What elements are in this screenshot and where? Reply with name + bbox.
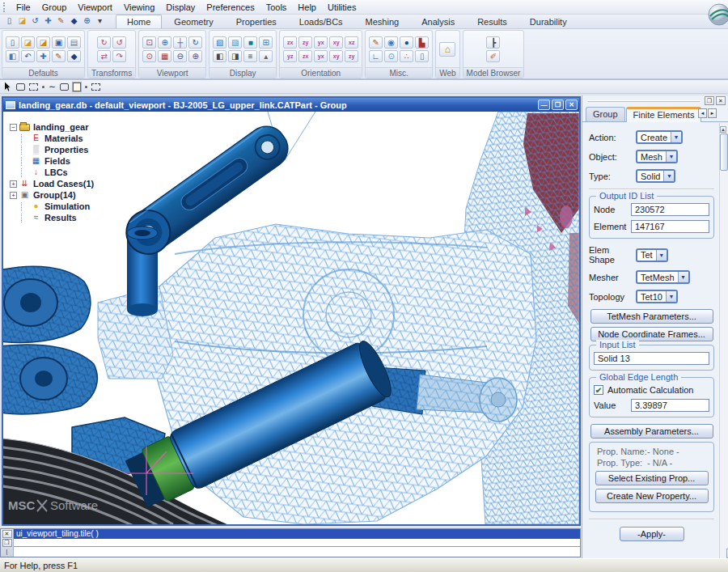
tree-item-load-cases[interactable]: + ⇊ Load Cases(1) — [10, 178, 94, 189]
view-zx-icon[interactable]: zx — [283, 36, 297, 49]
tab-loads-bcs[interactable]: Loads/BCs — [289, 15, 353, 28]
tree-item-results[interactable]: ≈ Results — [10, 212, 94, 223]
value-field[interactable]: 3.39897 — [631, 399, 709, 412]
expand-icon[interactable]: + — [10, 192, 17, 199]
tree-item-materials[interactable]: E Materials — [10, 133, 94, 144]
object-select[interactable]: Mesh ▼ — [636, 150, 678, 163]
maximize-button[interactable]: ❒ — [552, 100, 564, 110]
rectangle-select-icon[interactable] — [16, 83, 25, 91]
hiddenline-cube-icon[interactable]: ▨ — [228, 36, 242, 49]
node-points-icon[interactable]: ∴ — [400, 50, 413, 62]
action-select[interactable]: Create ▼ — [636, 130, 683, 144]
view-xz-icon[interactable]: xz — [345, 36, 358, 49]
close-button[interactable]: ✕ — [565, 100, 578, 110]
tree-item-group[interactable]: + ▣ Group(14) — [10, 189, 94, 201]
marker-size-icon[interactable]: ▴ — [259, 50, 273, 62]
command-close-icon[interactable]: ✕ — [2, 530, 12, 538]
assembly-parameters-button[interactable]: Assembly Parameters... — [590, 424, 713, 439]
front-view-icon[interactable]: ⊕ — [158, 36, 171, 49]
menu-preferences[interactable]: Preferences — [201, 2, 260, 13]
mesh-seed-icon[interactable]: ◉ — [384, 36, 398, 49]
tab-analysis[interactable]: Analysis — [411, 15, 465, 28]
zoom-in-icon[interactable]: ⊕ — [188, 50, 202, 62]
command-history-selected[interactable]: ui_viewport_tiling.tile( ) — [14, 529, 580, 539]
chevron-down-icon[interactable]: ▾ — [94, 16, 106, 27]
clean-brush-icon[interactable]: ✎ — [52, 50, 66, 62]
entity-labels-icon[interactable]: ◧ — [213, 50, 226, 62]
pan-hand-icon[interactable]: ✚ — [42, 16, 54, 27]
view-iso2-icon[interactable]: yx — [314, 50, 328, 62]
print-icon[interactable]: ▤ — [67, 36, 81, 49]
tab-properties[interactable]: Properties — [226, 15, 287, 28]
tile-viewports-icon[interactable]: ⊞ — [259, 36, 273, 49]
pencil-edit-icon[interactable]: ✎ — [369, 36, 383, 49]
new-file-icon[interactable]: ▯ — [3, 16, 15, 27]
fly-icon[interactable]: ◆ — [67, 50, 81, 62]
tree-item-properties[interactable]: ▒ Properties — [10, 144, 94, 155]
tree-item-simulation[interactable]: ● Simulation — [10, 201, 94, 212]
zoom-out-icon[interactable]: ⊖ — [173, 50, 187, 62]
curve-select-icon[interactable]: ∼ — [49, 83, 56, 91]
translate-icon[interactable]: ⇄ — [97, 50, 111, 62]
pointer-select-icon[interactable] — [5, 83, 12, 91]
center-view-icon[interactable]: ┼ — [173, 36, 187, 49]
tab-geometry[interactable]: Geometry — [163, 15, 223, 28]
save-db-icon[interactable]: ▣ — [52, 36, 66, 49]
open-db-icon[interactable]: ◪ — [21, 36, 35, 49]
coord-axis-icon[interactable]: ∟ — [369, 50, 383, 62]
clear-view-icon[interactable]: ▦ — [158, 50, 171, 62]
menu-file[interactable]: File — [11, 2, 36, 13]
menu-utilities[interactable]: Utilities — [322, 2, 362, 13]
fly-view-icon[interactable]: ◆ — [68, 16, 80, 27]
view-iso1-icon[interactable]: zx — [298, 50, 312, 62]
command-maximize-icon[interactable]: ❒ — [2, 539, 12, 547]
move-icon[interactable]: ⊕ — [81, 16, 93, 27]
fit-view-icon[interactable]: ⊡ — [142, 36, 156, 49]
menu-viewing[interactable]: Viewing — [118, 2, 160, 13]
model-tools-icon[interactable]: ✐ — [486, 50, 500, 62]
element-field[interactable]: 147167 — [631, 220, 709, 233]
menu-tools[interactable]: Tools — [260, 2, 293, 13]
scroll-thumb[interactable] — [720, 133, 728, 171]
input-list-field[interactable]: Solid 13 — [594, 352, 709, 365]
clean-brush-icon[interactable]: ✎ — [55, 16, 67, 27]
mesh-solid-icon[interactable]: ● — [400, 36, 413, 49]
verify-icon[interactable]: ⊙ — [384, 50, 398, 62]
create-new-property-button[interactable]: Create New Property... — [595, 489, 709, 503]
menu-display[interactable]: Display — [160, 2, 201, 13]
new-db-icon[interactable]: ▯ — [6, 36, 19, 49]
viewport-title-bar[interactable]: landing_gear.db - default_viewport - BJ-… — [3, 98, 579, 112]
tab-finite-elements[interactable]: Finite Elements — [626, 107, 702, 122]
menu-help[interactable]: Help — [292, 2, 322, 13]
tab-home[interactable]: Home — [116, 15, 162, 28]
tab-scroll-left-icon[interactable]: ◄ — [698, 108, 707, 118]
type-select[interactable]: Solid ▼ — [636, 169, 675, 183]
topology-select[interactable]: Tet10 ▼ — [636, 290, 678, 303]
command-history-row[interactable] — [14, 539, 580, 546]
tab-durability[interactable]: Durability — [519, 15, 578, 28]
point-size-icon[interactable]: ≡ — [243, 50, 257, 62]
pan-hand-icon[interactable]: ✚ — [36, 50, 50, 62]
elem-shape-select[interactable]: Tet ▼ — [636, 248, 668, 262]
tab-group[interactable]: Group — [586, 107, 625, 121]
view-yx-icon[interactable]: yx — [314, 36, 328, 49]
lasso-select-icon[interactable] — [60, 83, 69, 91]
polygon-select-icon[interactable] — [29, 83, 38, 91]
panel-close-icon[interactable]: ✕ — [716, 96, 726, 105]
expand-icon[interactable]: + — [10, 180, 17, 188]
tree-root[interactable]: − landing_gear — [10, 121, 94, 133]
scroll-up-icon[interactable]: ▲ — [720, 126, 726, 133]
view-zy-icon[interactable]: zy — [298, 36, 312, 49]
minimize-button[interactable]: — — [538, 100, 550, 110]
tree-browser-icon[interactable]: ┣ — [486, 36, 500, 49]
view-iso3-icon[interactable]: xy — [329, 50, 343, 62]
tree-item-fields[interactable]: ▦ Fields — [10, 155, 94, 167]
view-iso4-icon[interactable]: zy — [345, 50, 358, 62]
open-recent-icon[interactable]: ◪ — [36, 36, 50, 49]
tab-meshing[interactable]: Meshing — [355, 15, 410, 28]
panel-restore-icon[interactable]: ❒ — [705, 96, 714, 105]
select-existing-prop-button[interactable]: Select Existing Prop... — [595, 471, 709, 485]
rotate-cw-icon[interactable]: ↻ — [97, 36, 111, 49]
clipboard-select-icon[interactable] — [73, 83, 81, 91]
view-yz-icon[interactable]: yz — [283, 50, 297, 62]
